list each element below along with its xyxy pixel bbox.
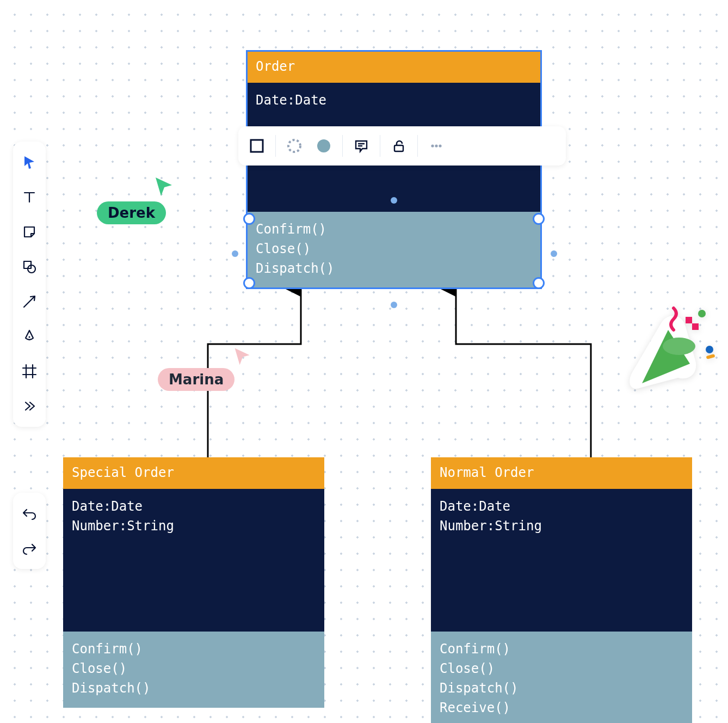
history-panel (13, 493, 46, 569)
connector-normal-to-order[interactable] (456, 289, 591, 457)
sticky-note-tool[interactable] (17, 220, 41, 244)
class-normal-op-3: Receive() (440, 698, 683, 718)
cursor-derek-label: Derek (97, 201, 166, 224)
svg-point-4 (431, 144, 434, 147)
cursor-marina-label: Marina (158, 368, 235, 391)
selection-handle[interactable] (533, 277, 545, 289)
frame-tool[interactable] (17, 359, 41, 383)
svg-rect-0 (251, 140, 263, 152)
format-toolbar[interactable] (238, 126, 566, 166)
svg-rect-3 (394, 145, 403, 151)
class-normal-op-1: Close() (440, 659, 683, 678)
selection-handle[interactable] (243, 213, 255, 225)
select-tool[interactable] (17, 150, 41, 174)
separator (275, 135, 276, 157)
more-button[interactable] (425, 135, 447, 157)
class-special[interactable]: Special Order Date:Date Number:String Co… (63, 457, 324, 708)
selection-mid-left[interactable] (232, 250, 238, 257)
cursor-derek-name: Derek (108, 205, 155, 221)
class-normal-title: Normal Order (431, 457, 692, 489)
selection-mid-top[interactable] (391, 197, 397, 204)
class-normal-attr-0: Date:Date (440, 497, 683, 516)
class-special-title: Special Order (63, 457, 324, 489)
comment-button[interactable] (350, 135, 372, 157)
svg-point-7 (663, 338, 695, 355)
class-normal-op-2: Dispatch() (440, 678, 683, 698)
cursor-marina-icon (233, 346, 252, 366)
class-special-attr-1: Number:String (72, 516, 316, 536)
class-order[interactable]: Order Date:Date Confirm() Close() Dispat… (247, 51, 541, 288)
redo-button[interactable] (17, 536, 41, 560)
stroke-style-button[interactable] (283, 135, 305, 157)
svg-point-6 (439, 144, 441, 147)
class-order-attr-0: Date:Date (256, 90, 532, 110)
more-tools[interactable] (17, 394, 41, 418)
undo-button[interactable] (17, 501, 41, 525)
class-normal-attributes: Date:Date Number:String (431, 489, 692, 632)
svg-point-13 (29, 336, 30, 338)
class-special-op-1: Close() (72, 659, 316, 678)
class-order-op-2: Dispatch() (256, 259, 532, 278)
class-special-attributes: Date:Date Number:String (63, 489, 324, 632)
arrow-tool[interactable] (17, 290, 41, 314)
tools-panel (13, 142, 46, 427)
separator (342, 135, 343, 157)
svg-point-8 (698, 310, 706, 317)
cursor-derek-icon (153, 175, 175, 197)
svg-point-1 (288, 140, 300, 152)
separator (417, 135, 418, 157)
separator (380, 135, 380, 157)
class-normal[interactable]: Normal Order Date:Date Number:String Con… (431, 457, 692, 723)
class-special-operations: Confirm() Close() Dispatch() (63, 632, 324, 708)
class-order-op-0: Confirm() (256, 219, 532, 239)
text-tool[interactable] (17, 185, 41, 209)
class-order-operations: Confirm() Close() Dispatch() (247, 212, 541, 288)
svg-point-2 (317, 139, 330, 152)
outline-style-button[interactable] (246, 135, 268, 157)
fill-color-swatch[interactable] (313, 135, 335, 157)
selection-mid-right[interactable] (551, 250, 557, 257)
selection-handle[interactable] (243, 277, 255, 289)
class-order-title: Order (247, 51, 541, 83)
svg-point-9 (706, 346, 713, 353)
class-special-op-2: Dispatch() (72, 678, 316, 698)
class-normal-op-0: Confirm() (440, 639, 683, 659)
selection-handle[interactable] (533, 213, 545, 225)
svg-point-5 (435, 144, 437, 147)
class-order-op-1: Close() (256, 239, 532, 259)
pen-tool[interactable] (17, 324, 41, 348)
lock-unlocked-button[interactable] (388, 135, 410, 157)
shape-tool[interactable] (17, 255, 41, 279)
cursor-marina-name: Marina (169, 371, 224, 388)
party-popper-sticker[interactable] (625, 301, 717, 393)
class-normal-operations: Confirm() Close() Dispatch() Receive() (431, 632, 692, 723)
svg-rect-10 (706, 354, 715, 359)
class-special-attr-0: Date:Date (72, 497, 316, 516)
class-normal-attr-1: Number:String (440, 516, 683, 536)
selection-mid-bottom[interactable] (391, 302, 397, 308)
class-special-op-0: Confirm() (72, 639, 316, 659)
